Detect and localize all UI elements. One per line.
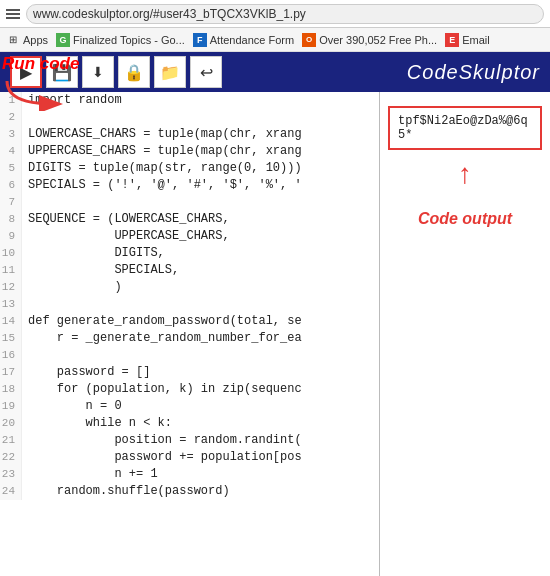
line-content[interactable]: LOWERCASE_CHARS = tuple(map(chr, xrang <box>22 126 379 143</box>
line-number: 17 <box>0 364 22 381</box>
line-content[interactable]: ) <box>22 279 379 296</box>
line-number: 24 <box>0 483 22 500</box>
line-content[interactable]: DIGITS = tuple(map(str, range(0, 10))) <box>22 160 379 177</box>
undo-button[interactable]: ↩ <box>190 56 222 88</box>
folder-icon: 📁 <box>160 63 180 82</box>
run-button[interactable]: ▶ <box>10 56 42 88</box>
toolbar-left: ▶ 💾 ⬇ 🔒 📁 ↩ <box>10 56 222 88</box>
photos-favicon: O <box>302 33 316 47</box>
code-line: 17 password = [] <box>0 364 379 381</box>
code-line: 8SEQUENCE = (LOWERCASE_CHARS, <box>0 211 379 228</box>
save-button[interactable]: 💾 <box>46 56 78 88</box>
line-content[interactable]: SPECIALS, <box>22 262 379 279</box>
line-content[interactable]: while n < k: <box>22 415 379 432</box>
line-number: 13 <box>0 296 22 313</box>
output-box: tpf$Ni2aEo@zDa%@6q5* <box>388 106 542 150</box>
code-line: 3LOWERCASE_CHARS = tuple(map(chr, xrang <box>0 126 379 143</box>
code-line: 10 DIGITS, <box>0 245 379 262</box>
line-content[interactable]: SEQUENCE = (LOWERCASE_CHARS, <box>22 211 379 228</box>
line-number: 22 <box>0 449 22 466</box>
code-line: 6SPECIALS = ('!', '@', '#', '$', '%', ' <box>0 177 379 194</box>
line-number: 4 <box>0 143 22 160</box>
line-content[interactable]: position = random.randint( <box>22 432 379 449</box>
line-content[interactable]: random.shuffle(password) <box>22 483 379 500</box>
bookmark-photos[interactable]: O Over 390,052 Free Ph... <box>302 33 437 47</box>
line-number: 14 <box>0 313 22 330</box>
bookmark-attendance-label: Attendance Form <box>210 34 294 46</box>
line-number: 18 <box>0 381 22 398</box>
code-area: 1import random23LOWERCASE_CHARS = tuple(… <box>0 92 550 576</box>
chrome-menu-icon[interactable] <box>6 9 20 19</box>
line-number: 6 <box>0 177 22 194</box>
bookmark-attendance[interactable]: F Attendance Form <box>193 33 294 47</box>
finalized-favicon: G <box>56 33 70 47</box>
code-line: 1import random <box>0 92 379 109</box>
line-number: 19 <box>0 398 22 415</box>
line-content[interactable]: UPPERCASE_CHARS, <box>22 228 379 245</box>
line-number: 8 <box>0 211 22 228</box>
code-line: 2 <box>0 109 379 126</box>
line-content[interactable]: password = [] <box>22 364 379 381</box>
email-favicon: E <box>445 33 459 47</box>
code-line: 22 password += population[pos <box>0 449 379 466</box>
bookmark-finalized-label: Finalized Topics - Go... <box>73 34 185 46</box>
apps-favicon: ⊞ <box>6 33 20 47</box>
code-line: 18 for (population, k) in zip(sequenc <box>0 381 379 398</box>
line-number: 20 <box>0 415 22 432</box>
line-number: 2 <box>0 109 22 126</box>
line-content[interactable]: def generate_random_password(total, se <box>22 313 379 330</box>
output-panel: tpf$Ni2aEo@zDa%@6q5* ↑ Code output <box>380 92 550 576</box>
code-line: 12 ) <box>0 279 379 296</box>
line-content[interactable]: n += 1 <box>22 466 379 483</box>
code-line: 19 n = 0 <box>0 398 379 415</box>
line-number: 16 <box>0 347 22 364</box>
folder-button[interactable]: 📁 <box>154 56 186 88</box>
line-number: 21 <box>0 432 22 449</box>
bookmark-apps-label: Apps <box>23 34 48 46</box>
line-content[interactable]: import random <box>22 92 379 109</box>
line-content[interactable]: UPPERCASE_CHARS = tuple(map(chr, xrang <box>22 143 379 160</box>
code-line: 24 random.shuffle(password) <box>0 483 379 500</box>
code-line: 7 <box>0 194 379 211</box>
line-content[interactable]: n = 0 <box>22 398 379 415</box>
code-line: 5DIGITS = tuple(map(str, range(0, 10))) <box>0 160 379 177</box>
line-number: 1 <box>0 92 22 109</box>
bookmark-email[interactable]: E Email <box>445 33 490 47</box>
lock-icon: 🔒 <box>124 63 144 82</box>
bookmark-apps[interactable]: ⊞ Apps <box>6 33 48 47</box>
line-number: 3 <box>0 126 22 143</box>
undo-icon: ↩ <box>200 63 213 82</box>
code-line: 11 SPECIALS, <box>0 262 379 279</box>
code-editor[interactable]: 1import random23LOWERCASE_CHARS = tuple(… <box>0 92 380 576</box>
line-number: 7 <box>0 194 22 211</box>
line-content[interactable]: for (population, k) in zip(sequenc <box>22 381 379 398</box>
code-line: 15 r = _generate_random_number_for_ea <box>0 330 379 347</box>
line-content[interactable]: r = _generate_random_number_for_ea <box>22 330 379 347</box>
output-label: Code output <box>418 210 512 228</box>
app-container: ▶ 💾 ⬇ 🔒 📁 ↩ CodeSkulptor 1import random2… <box>0 52 550 576</box>
code-line: 14def generate_random_password(total, se <box>0 313 379 330</box>
line-number: 5 <box>0 160 22 177</box>
line-number: 12 <box>0 279 22 296</box>
code-line: 4UPPERCASE_CHARS = tuple(map(chr, xrang <box>0 143 379 160</box>
code-line: 21 position = random.randint( <box>0 432 379 449</box>
download-button[interactable]: ⬇ <box>82 56 114 88</box>
line-number: 11 <box>0 262 22 279</box>
save-icon: 💾 <box>52 63 72 82</box>
code-line: 16 <box>0 347 379 364</box>
line-content[interactable]: SPECIALS = ('!', '@', '#', '$', '%', ' <box>22 177 379 194</box>
line-number: 9 <box>0 228 22 245</box>
code-line: 20 while n < k: <box>0 415 379 432</box>
code-line: 13 <box>0 296 379 313</box>
code-line: 23 n += 1 <box>0 466 379 483</box>
line-number: 15 <box>0 330 22 347</box>
bookmarks-bar: ⊞ Apps G Finalized Topics - Go... F Atte… <box>0 28 550 52</box>
url-bar[interactable]: www.codeskulptor.org/#user43_bTQCX3VKlB_… <box>26 4 544 24</box>
line-number: 23 <box>0 466 22 483</box>
bookmark-finalized[interactable]: G Finalized Topics - Go... <box>56 33 185 47</box>
attendance-favicon: F <box>193 33 207 47</box>
line-content[interactable]: DIGITS, <box>22 245 379 262</box>
line-content[interactable]: password += population[pos <box>22 449 379 466</box>
lock-button[interactable]: 🔒 <box>118 56 150 88</box>
bookmark-photos-label: Over 390,052 Free Ph... <box>319 34 437 46</box>
